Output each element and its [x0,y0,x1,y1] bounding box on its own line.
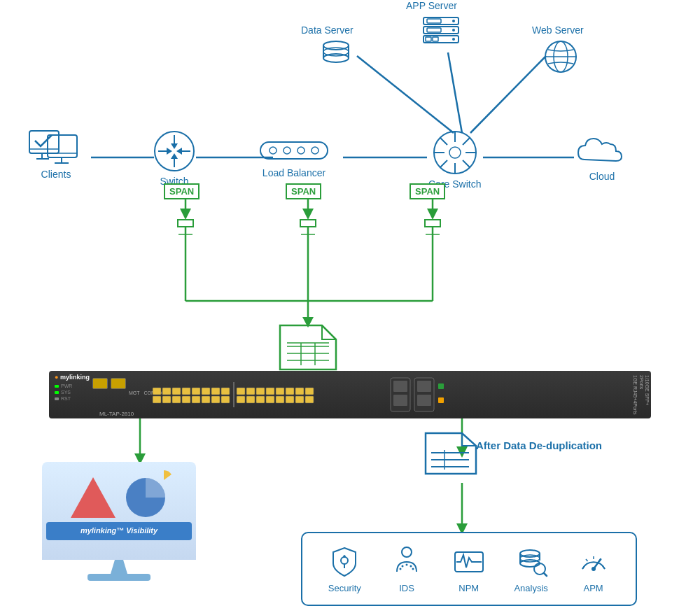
svg-point-142 [402,565,404,567]
sys-led [55,391,59,394]
svg-marker-12 [427,209,438,220]
data-server-node: Data Server [301,24,354,36]
dedup-icon [273,322,343,375]
svg-rect-94 [182,396,190,403]
svg-rect-101 [172,388,181,395]
data-server-icon [318,38,354,75]
svg-rect-16 [300,220,316,227]
svg-rect-70 [260,142,328,159]
load-balancer-node: Load Balancer [259,136,329,178]
svg-line-81 [463,138,470,145]
web-server-label: Web Server [532,24,584,36]
svg-point-152 [520,555,540,562]
svg-marker-69 [176,148,182,155]
svg-rect-19 [425,220,440,227]
svg-rect-105 [211,388,220,395]
svg-rect-103 [192,388,200,395]
after-dedup-icon [420,430,483,479]
svg-rect-120 [276,388,284,395]
svg-rect-108 [237,396,245,403]
svg-rect-110 [256,396,265,403]
svg-rect-98 [221,396,230,403]
monitor-screen: mylinking™ Visibility [42,462,196,560]
analysis-label: Analysis [514,583,547,593]
svg-rect-93 [172,396,181,403]
rack-leds: PWR SYS RST [55,383,72,401]
security-label: Security [328,583,361,593]
svg-point-40 [452,38,455,41]
app-server-icon [420,14,462,55]
svg-rect-128 [417,381,431,392]
svg-point-137 [341,557,348,564]
svg-point-146 [412,568,414,570]
svg-point-156 [592,567,596,571]
ids-label: IDS [399,583,414,593]
span-lb: SPAN [286,183,321,199]
svg-rect-126 [393,395,407,406]
svg-rect-57 [48,135,77,157]
app-server-node: APP Server [406,0,457,11]
svg-rect-125 [393,381,407,392]
svg-point-141 [402,547,412,557]
sfp-ports [153,376,489,413]
svg-point-49 [323,48,349,56]
tools-box: Security IDS NPM [301,532,637,606]
span-switch: SPAN [164,183,200,199]
svg-point-72 [284,147,290,154]
svg-rect-106 [221,388,230,395]
svg-rect-96 [202,396,210,403]
tool-ids: IDS [390,545,424,593]
svg-rect-42 [427,28,441,32]
rst-led [55,397,59,400]
svg-marker-10 [302,209,314,220]
svg-point-143 [406,563,408,565]
app-server-label: APP Server [406,0,457,11]
rack-device: ● mylinking PWR SYS RST MGT [49,371,651,418]
span-core: SPAN [410,183,445,199]
svg-rect-117 [246,388,255,395]
svg-rect-43 [426,37,431,41]
svg-rect-109 [246,396,255,403]
svg-rect-44 [433,37,438,41]
tool-analysis: Analysis [514,545,547,593]
svg-rect-118 [256,388,265,395]
clients-node: Clients [28,129,84,180]
tool-apm: APM [577,545,610,593]
core-switch-node: Core Switch [428,129,481,190]
data-server-label: Data Server [301,24,354,36]
svg-rect-116 [237,388,245,395]
svg-point-71 [270,147,276,154]
main-diagram: APP Server Data Server [0,0,700,613]
svg-line-0 [448,52,462,133]
apm-label: APM [583,583,603,593]
svg-rect-107 [233,382,234,407]
visibility-label: mylinking™ Visibility [80,526,158,535]
svg-marker-65 [171,153,178,159]
svg-rect-41 [427,19,441,23]
svg-rect-95 [192,396,200,403]
svg-rect-121 [286,388,294,395]
svg-marker-8 [180,209,191,220]
svg-point-39 [452,29,455,31]
tool-npm: NPM [452,545,486,593]
svg-rect-123 [305,388,314,395]
svg-rect-115 [305,396,314,403]
cloud-node: Cloud [574,133,630,182]
svg-point-74 [312,147,318,154]
web-server-node: Web Server [532,24,584,36]
svg-line-2 [470,56,546,133]
visibility-monitor: mylinking™ Visibility [42,462,196,581]
svg-rect-102 [182,388,190,395]
svg-line-1 [357,56,454,133]
svg-marker-67 [167,148,172,155]
cloud-label: Cloud [589,171,615,182]
svg-rect-100 [162,388,171,395]
svg-rect-119 [266,388,274,395]
svg-rect-113 [286,396,294,403]
svg-point-73 [298,147,304,154]
svg-point-38 [452,20,455,22]
svg-point-84 [449,147,461,158]
switch-node: Switch [153,129,196,187]
pie-shape [153,469,175,494]
web-server-icon [542,38,579,78]
